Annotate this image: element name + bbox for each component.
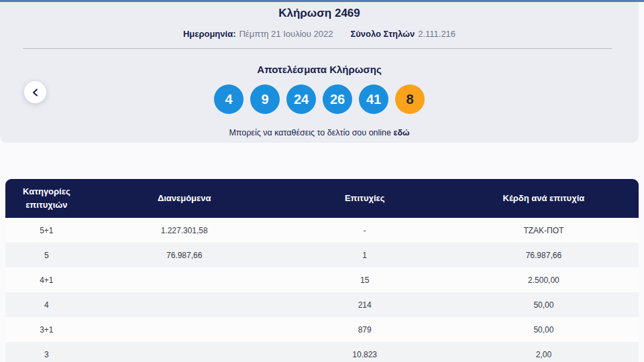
table-row: 5 76.987,66 1 76.987,66 [5, 243, 639, 267]
cell-winners: 10.823 [281, 342, 449, 362]
table-row: 5+1 1.227.301,58 - ΤΖΑΚ-ΠΟΤ [5, 218, 639, 243]
table-row: 3+1 879 50,00 [5, 317, 639, 342]
draw-date: Ημερομηνία: Πέμπτη 21 Ιουλίου 2022 [183, 29, 333, 39]
header-divider [23, 48, 612, 49]
lottery-ball: 8 [395, 84, 425, 114]
cell-category: 3+1 [5, 317, 88, 342]
previous-draw-button[interactable] [24, 81, 46, 103]
prize-table: Κατηγορίες επιτυχιών Διανεμόμενα Επιτυχί… [5, 179, 639, 362]
cell-category: 5+1 [5, 218, 88, 243]
cell-distributed [88, 342, 281, 362]
cell-distributed [88, 292, 281, 317]
note-text: Μπορείς να καταθέσεις το δελτίο σου onli… [229, 128, 391, 137]
cell-category: 4 [5, 292, 88, 317]
columns-value: 2.111.216 [418, 29, 455, 39]
cell-prize: 2,00 [449, 342, 639, 362]
cell-prize: 50,00 [449, 317, 639, 342]
columns-label: Σύνολο Στηλών [350, 29, 415, 39]
draw-summary-panel: Κλήρωση 2469 Ημερομηνία: Πέμπτη 21 Ιουλί… [0, 2, 639, 143]
cell-prize: 76.987,66 [449, 243, 639, 267]
lottery-ball: 41 [359, 84, 388, 114]
date-label: Ημερομηνία: [183, 29, 236, 39]
cell-winners: 879 [281, 317, 449, 342]
header-categories: Κατηγορίες επιτυχιών [5, 179, 88, 218]
cell-winners: 1 [281, 243, 449, 267]
cell-category: 4+1 [5, 267, 88, 292]
cell-winners: - [281, 218, 449, 243]
drawn-numbers: 492426418 [0, 84, 639, 114]
header-winners: Επιτυχίες [281, 179, 449, 218]
cell-prize: 2.500,00 [449, 267, 639, 292]
cell-prize: ΤΖΑΚ-ΠΟΤ [449, 218, 639, 243]
cell-distributed [88, 267, 281, 292]
cell-prize: 50,00 [449, 292, 639, 317]
cell-category: 5 [5, 243, 88, 267]
cell-winners: 214 [281, 292, 449, 317]
cell-category: 3 [5, 342, 88, 362]
table-row: 4 214 50,00 [5, 292, 639, 317]
table-row: 4+1 15 2.500,00 [5, 267, 639, 292]
lottery-ball: 9 [250, 84, 280, 114]
draw-meta-row: Ημερομηνία: Πέμπτη 21 Ιουλίου 2022 Σύνολ… [0, 29, 639, 39]
total-columns: Σύνολο Στηλών 2.111.216 [350, 29, 455, 39]
cell-distributed: 76.987,66 [88, 243, 281, 267]
chevron-left-icon [32, 88, 38, 97]
lottery-ball: 4 [214, 84, 244, 114]
date-value: Πέμπτη 21 Ιουλίου 2022 [239, 29, 333, 39]
note-here-link[interactable]: εδώ [393, 128, 409, 137]
header-prize: Κέρδη ανά επιτυχία [449, 179, 639, 218]
cell-distributed: 1.227.301,58 [88, 218, 281, 243]
online-slip-note: Μπορείς να καταθέσεις το δελτίο σου onli… [0, 128, 639, 137]
prize-table-body: 5+1 1.227.301,58 - ΤΖΑΚ-ΠΟΤ 5 76.987,66 … [5, 218, 639, 362]
prize-table-header: Κατηγορίες επιτυχιών Διανεμόμενα Επιτυχί… [5, 179, 639, 218]
table-row: 3 10.823 2,00 [5, 342, 639, 362]
prize-table-container: Κατηγορίες επιτυχιών Διανεμόμενα Επιτυχί… [5, 179, 639, 362]
cell-distributed [88, 317, 281, 342]
cell-winners: 15 [281, 267, 449, 292]
header-distributed: Διανεμόμενα [88, 179, 281, 218]
lottery-ball: 26 [323, 84, 352, 114]
draw-title: Κλήρωση 2469 [0, 2, 639, 20]
lottery-ball: 24 [286, 84, 316, 114]
results-title: Αποτελέσματα Κλήρωσης [0, 64, 639, 75]
